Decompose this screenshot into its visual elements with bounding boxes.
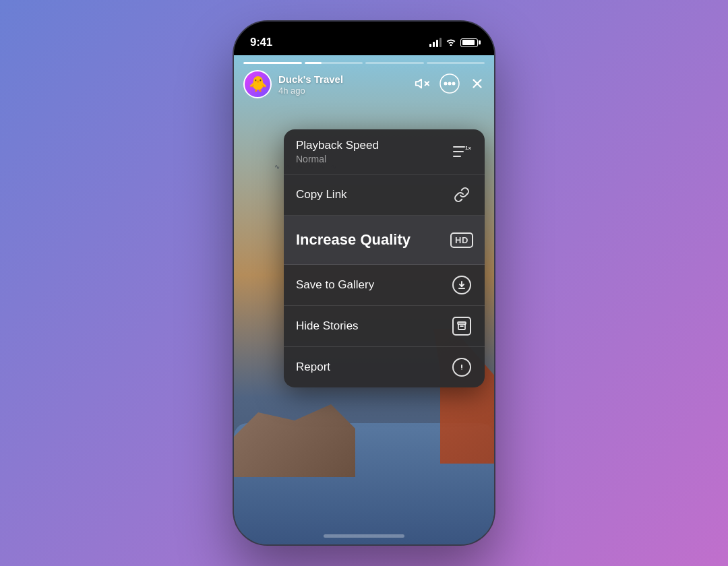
report-title: Report [296,360,330,374]
report-icon [451,356,473,378]
wifi-icon [446,37,456,48]
story-content[interactable]: ∿ ∿ ∿ ∿ ∿ ∿ 🐥 Duck's Travel 4h ago [234,55,494,544]
story-username: Duck's Travel [278,73,415,85]
svg-point-5 [449,82,451,84]
svg-point-6 [453,82,455,84]
increase-quality-title: Increase Quality [296,231,411,249]
phone-frame: 9:41 ∿ ∿ ∿ ∿ ∿ ∿ [233,20,495,546]
close-button[interactable] [470,76,485,93]
story-header: 🐥 Duck's Travel 4h ago [243,70,485,98]
increase-quality-icon: HD [451,229,473,251]
dynamic-island [324,30,404,53]
story-user-info: Duck's Travel 4h ago [278,73,415,96]
hd-badge: HD [450,232,473,248]
svg-marker-0 [416,79,421,88]
battery-icon [460,38,478,47]
menu-item-hide-stories[interactable]: Hide Stories [284,306,485,347]
svg-point-4 [445,82,447,84]
save-gallery-title: Save to Gallery [296,278,374,292]
story-time: 4h ago [278,86,415,96]
signal-icon [429,38,442,47]
menu-item-playback-speed[interactable]: Playback Speed Normal 1x [284,129,485,175]
progress-bar-4 [427,62,485,64]
menu-item-copy-link[interactable]: Copy Link [284,175,485,216]
svg-rect-15 [458,322,466,324]
progress-bars [243,62,485,64]
copy-link-icon [451,184,473,206]
hide-stories-icon [451,315,473,337]
playback-speed-subtitle: Normal [296,154,379,164]
menu-item-report[interactable]: Report [284,347,485,387]
context-menu: Playback Speed Normal 1x Copy Link [284,129,485,387]
menu-item-increase-quality[interactable]: Increase Quality HD [284,216,485,265]
playback-speed-icon: 1x [451,141,473,162]
svg-text:1x: 1x [465,145,471,151]
avatar[interactable]: 🐥 [243,70,272,98]
copy-link-title: Copy Link [296,188,347,201]
status-icons [429,37,478,48]
home-indicator [324,534,404,538]
save-gallery-icon [451,274,473,296]
more-button[interactable] [439,73,460,96]
progress-bar-3 [365,62,424,64]
hide-stories-title: Hide Stories [296,319,359,333]
playback-speed-title: Playback Speed [296,139,379,152]
svg-point-18 [461,369,462,370]
progress-bar-2 [305,62,363,64]
menu-item-save-gallery[interactable]: Save to Gallery [284,265,485,306]
status-time: 9:41 [250,36,272,49]
story-actions [415,73,485,96]
progress-bar-1 [243,62,302,64]
mute-button[interactable] [415,76,429,93]
